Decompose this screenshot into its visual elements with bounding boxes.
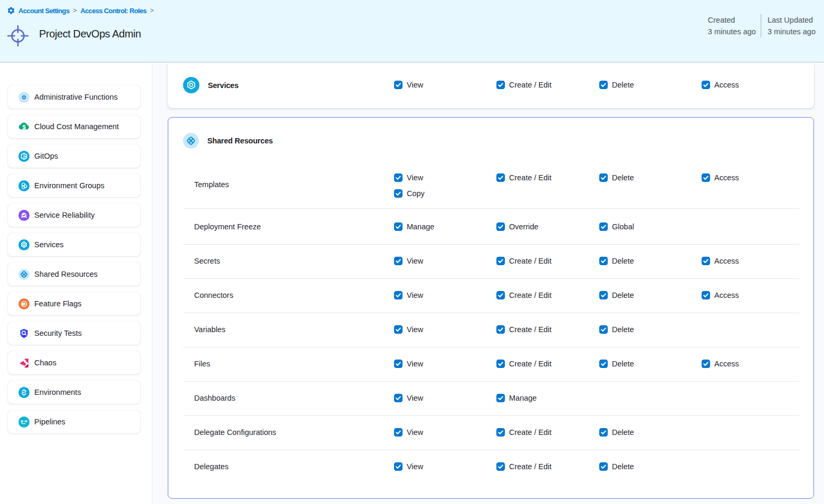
svg-text:$: $: [22, 123, 26, 130]
